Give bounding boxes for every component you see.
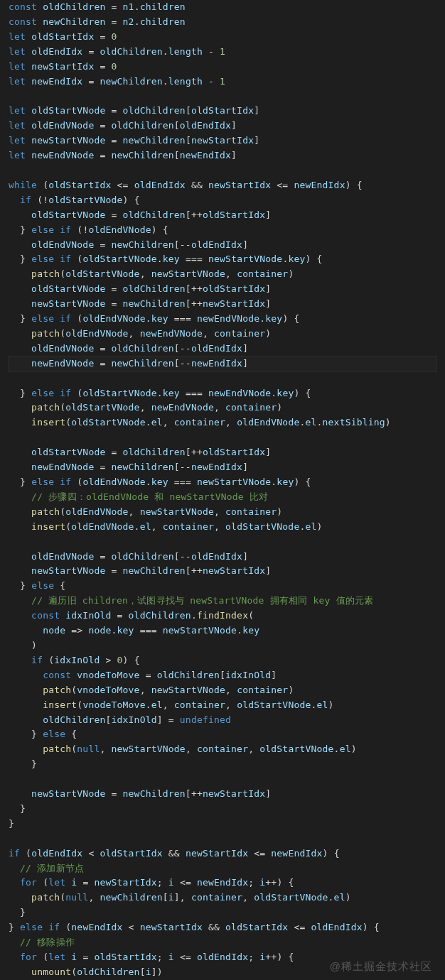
code-editor-content[interactable]: const oldChildren = n1.children const ne…	[0, 0, 445, 980]
